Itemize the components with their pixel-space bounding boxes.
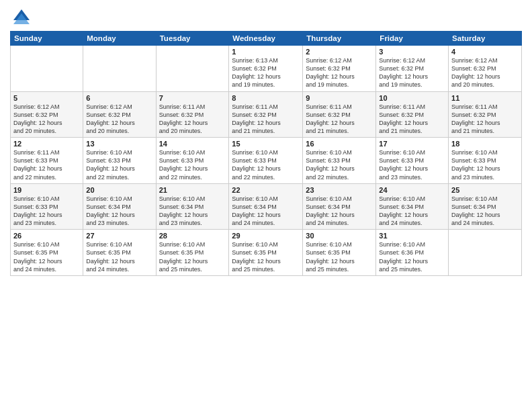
day-number: 19 [13, 186, 80, 194]
day-info: Sunrise: 6:12 AMSunset: 6:32 PMDaylight:… [306, 56, 373, 89]
calendar-cell: 11Sunrise: 6:11 AMSunset: 6:32 PMDayligh… [449, 91, 522, 138]
day-info: Sunrise: 6:11 AMSunset: 6:32 PMDaylight:… [232, 103, 300, 136]
day-number: 20 [86, 186, 152, 194]
day-info: Sunrise: 6:10 AMSunset: 6:33 PMDaylight:… [86, 148, 152, 181]
calendar-cell: 27Sunrise: 6:10 AMSunset: 6:35 PMDayligh… [83, 230, 156, 276]
calendar-cell: 10Sunrise: 6:11 AMSunset: 6:32 PMDayligh… [376, 91, 449, 138]
day-number: 17 [379, 140, 445, 148]
day-info: Sunrise: 6:10 AMSunset: 6:34 PMDaylight:… [451, 195, 519, 228]
calendar-cell: 9Sunrise: 6:11 AMSunset: 6:32 PMDaylight… [303, 91, 376, 138]
calendar-week-1: 1Sunrise: 6:13 AMSunset: 6:32 PMDaylight… [11, 46, 522, 92]
calendar-cell [11, 46, 83, 92]
column-header-wednesday: Wednesday [229, 32, 303, 46]
day-info: Sunrise: 6:12 AMSunset: 6:32 PMDaylight:… [86, 103, 152, 136]
day-number: 3 [379, 48, 445, 56]
day-number: 22 [232, 186, 300, 194]
day-info: Sunrise: 6:10 AMSunset: 6:35 PMDaylight:… [232, 240, 300, 273]
calendar-cell: 13Sunrise: 6:10 AMSunset: 6:33 PMDayligh… [83, 138, 156, 184]
calendar-cell: 14Sunrise: 6:10 AMSunset: 6:33 PMDayligh… [156, 138, 229, 184]
day-number: 26 [13, 232, 80, 240]
calendar-cell: 25Sunrise: 6:10 AMSunset: 6:34 PMDayligh… [449, 183, 522, 230]
calendar-week-2: 5Sunrise: 6:12 AMSunset: 6:32 PMDaylight… [11, 91, 522, 138]
day-info: Sunrise: 6:10 AMSunset: 6:33 PMDaylight:… [159, 148, 226, 181]
day-number: 5 [13, 94, 80, 102]
day-number: 13 [86, 140, 152, 148]
calendar-cell: 7Sunrise: 6:11 AMSunset: 6:32 PMDaylight… [156, 91, 229, 138]
day-info: Sunrise: 6:10 AMSunset: 6:35 PMDaylight:… [306, 240, 373, 273]
day-number: 21 [159, 186, 226, 194]
day-number: 23 [306, 186, 373, 194]
calendar-week-3: 12Sunrise: 6:11 AMSunset: 6:33 PMDayligh… [11, 138, 522, 184]
calendar-cell: 2Sunrise: 6:12 AMSunset: 6:32 PMDaylight… [303, 46, 376, 92]
day-info: Sunrise: 6:10 AMSunset: 6:34 PMDaylight:… [379, 195, 445, 228]
calendar-cell: 15Sunrise: 6:10 AMSunset: 6:33 PMDayligh… [229, 138, 303, 184]
calendar-cell: 18Sunrise: 6:10 AMSunset: 6:33 PMDayligh… [449, 138, 522, 184]
day-info: Sunrise: 6:10 AMSunset: 6:33 PMDaylight:… [232, 148, 300, 181]
calendar-cell: 3Sunrise: 6:12 AMSunset: 6:32 PMDaylight… [376, 46, 449, 92]
day-info: Sunrise: 6:11 AMSunset: 6:32 PMDaylight:… [451, 103, 519, 136]
day-info: Sunrise: 6:12 AMSunset: 6:32 PMDaylight:… [379, 56, 445, 89]
day-info: Sunrise: 6:11 AMSunset: 6:32 PMDaylight:… [159, 103, 226, 136]
day-number: 14 [159, 140, 226, 148]
calendar-cell: 12Sunrise: 6:11 AMSunset: 6:33 PMDayligh… [11, 138, 83, 184]
calendar-cell: 17Sunrise: 6:10 AMSunset: 6:33 PMDayligh… [376, 138, 449, 184]
calendar-cell: 20Sunrise: 6:10 AMSunset: 6:34 PMDayligh… [83, 183, 156, 230]
column-header-friday: Friday [376, 32, 449, 46]
day-info: Sunrise: 6:10 AMSunset: 6:34 PMDaylight:… [86, 195, 152, 228]
calendar-cell: 22Sunrise: 6:10 AMSunset: 6:34 PMDayligh… [229, 183, 303, 230]
day-info: Sunrise: 6:10 AMSunset: 6:34 PMDaylight:… [232, 195, 300, 228]
day-info: Sunrise: 6:11 AMSunset: 6:33 PMDaylight:… [13, 148, 80, 181]
calendar-cell: 31Sunrise: 6:10 AMSunset: 6:36 PMDayligh… [376, 230, 449, 276]
day-number: 11 [451, 94, 519, 102]
calendar-week-4: 19Sunrise: 6:10 AMSunset: 6:33 PMDayligh… [11, 183, 522, 230]
day-info: Sunrise: 6:10 AMSunset: 6:34 PMDaylight:… [159, 195, 226, 228]
header [10, 7, 522, 26]
calendar-cell [83, 46, 156, 92]
day-info: Sunrise: 6:11 AMSunset: 6:32 PMDaylight:… [306, 103, 373, 136]
calendar-cell: 24Sunrise: 6:10 AMSunset: 6:34 PMDayligh… [376, 183, 449, 230]
column-header-saturday: Saturday [449, 32, 522, 46]
day-info: Sunrise: 6:10 AMSunset: 6:36 PMDaylight:… [379, 240, 445, 273]
calendar-cell: 5Sunrise: 6:12 AMSunset: 6:32 PMDaylight… [11, 91, 83, 138]
day-number: 29 [232, 232, 300, 240]
day-info: Sunrise: 6:10 AMSunset: 6:35 PMDaylight:… [159, 240, 226, 273]
calendar-cell: 26Sunrise: 6:10 AMSunset: 6:35 PMDayligh… [11, 230, 83, 276]
calendar-cell [156, 46, 229, 92]
calendar-cell: 30Sunrise: 6:10 AMSunset: 6:35 PMDayligh… [303, 230, 376, 276]
day-number: 12 [13, 140, 80, 148]
day-number: 15 [232, 140, 300, 148]
day-number: 9 [306, 94, 373, 102]
day-info: Sunrise: 6:10 AMSunset: 6:35 PMDaylight:… [86, 240, 152, 273]
day-number: 18 [451, 140, 519, 148]
column-header-thursday: Thursday [303, 32, 376, 46]
day-info: Sunrise: 6:10 AMSunset: 6:35 PMDaylight:… [13, 240, 80, 273]
day-number: 6 [86, 94, 152, 102]
day-info: Sunrise: 6:11 AMSunset: 6:32 PMDaylight:… [379, 103, 445, 136]
calendar-cell: 1Sunrise: 6:13 AMSunset: 6:32 PMDaylight… [229, 46, 303, 92]
day-number: 30 [306, 232, 373, 240]
calendar-cell: 29Sunrise: 6:10 AMSunset: 6:35 PMDayligh… [229, 230, 303, 276]
day-number: 4 [451, 48, 519, 56]
column-header-monday: Monday [83, 32, 156, 46]
calendar-cell: 4Sunrise: 6:12 AMSunset: 6:32 PMDaylight… [449, 46, 522, 92]
day-info: Sunrise: 6:12 AMSunset: 6:32 PMDaylight:… [13, 103, 80, 136]
day-number: 27 [86, 232, 152, 240]
calendar-week-5: 26Sunrise: 6:10 AMSunset: 6:35 PMDayligh… [11, 230, 522, 276]
calendar-cell: 8Sunrise: 6:11 AMSunset: 6:32 PMDaylight… [229, 91, 303, 138]
calendar-cell: 6Sunrise: 6:12 AMSunset: 6:32 PMDaylight… [83, 91, 156, 138]
calendar-cell [449, 230, 522, 276]
calendar-cell: 21Sunrise: 6:10 AMSunset: 6:34 PMDayligh… [156, 183, 229, 230]
column-header-sunday: Sunday [11, 32, 83, 46]
logo-icon [12, 7, 31, 26]
day-info: Sunrise: 6:12 AMSunset: 6:32 PMDaylight:… [451, 56, 519, 89]
day-info: Sunrise: 6:10 AMSunset: 6:34 PMDaylight:… [306, 195, 373, 228]
calendar-cell: 23Sunrise: 6:10 AMSunset: 6:34 PMDayligh… [303, 183, 376, 230]
logo [10, 7, 31, 26]
day-info: Sunrise: 6:10 AMSunset: 6:33 PMDaylight:… [451, 148, 519, 181]
calendar-cell: 28Sunrise: 6:10 AMSunset: 6:35 PMDayligh… [156, 230, 229, 276]
calendar-cell: 19Sunrise: 6:10 AMSunset: 6:33 PMDayligh… [11, 183, 83, 230]
day-info: Sunrise: 6:10 AMSunset: 6:33 PMDaylight:… [379, 148, 445, 181]
day-number: 16 [306, 140, 373, 148]
day-number: 10 [379, 94, 445, 102]
day-number: 7 [159, 94, 226, 102]
